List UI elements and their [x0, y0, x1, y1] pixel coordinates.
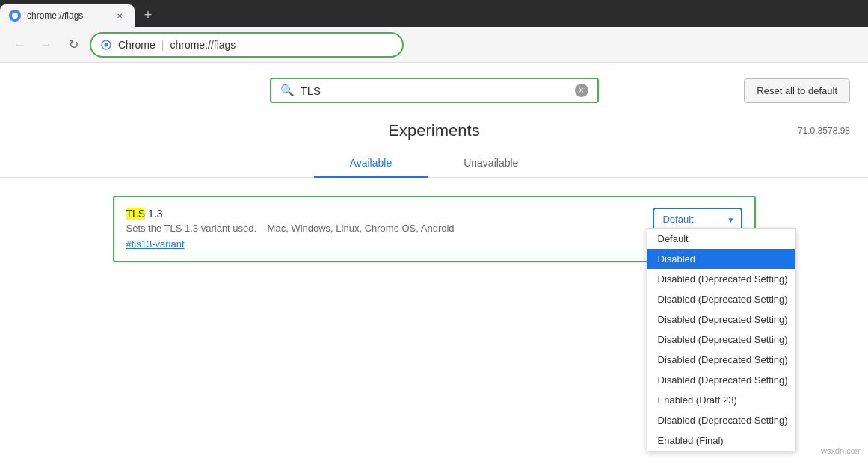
forward-button[interactable]: →	[36, 34, 57, 55]
reset-all-button[interactable]: Reset all to default	[744, 78, 850, 103]
search-input[interactable]	[301, 84, 569, 97]
flag-name-highlight: TLS	[126, 208, 146, 220]
svg-point-2	[105, 43, 108, 46]
refresh-button[interactable]: ↻	[63, 34, 84, 55]
dropdown-menu: Default Disabled Disabled (Deprecated Se…	[647, 228, 796, 451]
dropdown-option-disabled-deprecated-5[interactable]: Disabled (Deprecated Setting)	[647, 350, 795, 370]
site-icon	[100, 39, 112, 51]
tab-bar: chrome://flags ✕ +	[0, 0, 868, 27]
page-content: 🔍 × Reset all to default Experiments 71.…	[0, 63, 868, 458]
site-name: Chrome	[118, 39, 156, 51]
dropdown-option-disabled-deprecated-4[interactable]: Disabled (Deprecated Setting)	[647, 329, 795, 350]
dropdown-option-enabled-final[interactable]: Enabled (Final)	[647, 430, 795, 451]
experiments-title: Experiments	[388, 121, 479, 140]
footer-watermark: wsxdn.com	[821, 446, 862, 455]
dropdown-option-enabled-draft-23[interactable]: Enabled (Draft 23)	[647, 390, 795, 410]
address-url: chrome://flags	[170, 39, 236, 51]
dropdown-option-disabled-deprecated-7[interactable]: Disabled (Deprecated Setting)	[647, 410, 795, 430]
browser-frame: chrome://flags ✕ + ← → ↻ Chrome | chrome…	[0, 0, 868, 458]
address-bar[interactable]: Chrome | chrome://flags	[90, 32, 404, 58]
flag-description: Sets the TLS 1.3 variant used. – Mac, Wi…	[126, 223, 635, 234]
tab-close-button[interactable]: ✕	[114, 10, 126, 22]
active-tab[interactable]: chrome://flags ✕	[0, 4, 135, 27]
dropdown-arrow-icon: ▼	[727, 215, 735, 223]
search-clear-button[interactable]: ×	[575, 84, 588, 97]
address-divider: |	[161, 39, 164, 51]
tab-favicon	[9, 10, 21, 22]
flag-name-suffix: 1.3	[145, 208, 162, 220]
dropdown-option-disabled[interactable]: Disabled	[647, 249, 795, 269]
dropdown-option-disabled-deprecated-6[interactable]: Disabled (Deprecated Setting)	[647, 370, 795, 390]
tab-available[interactable]: Available	[314, 149, 428, 178]
dropdown-option-disabled-deprecated-2[interactable]: Disabled (Deprecated Setting)	[647, 289, 795, 309]
nav-bar: ← → ↻ Chrome | chrome://flags	[0, 27, 868, 63]
flag-info: TLS 1.3 Sets the TLS 1.3 variant used. –…	[126, 208, 635, 250]
tab-unavailable[interactable]: Unavailable	[428, 149, 554, 178]
version-number: 71.0.3578.98	[798, 126, 850, 136]
flag-item-tls13: TLS 1.3 Sets the TLS 1.3 variant used. –…	[113, 196, 756, 262]
tabs-bar: Available Unavailable	[0, 149, 868, 178]
back-button[interactable]: ←	[9, 34, 30, 55]
search-area: 🔍 × Reset all to default	[0, 63, 868, 115]
experiments-header: Experiments 71.0.3578.98	[0, 115, 868, 143]
dropdown-option-default[interactable]: Default	[647, 229, 795, 249]
dropdown-container: Default ▼ Default Disabled Disabled (Dep…	[653, 208, 742, 231]
svg-point-0	[12, 13, 18, 19]
dropdown-option-disabled-deprecated-1[interactable]: Disabled (Deprecated Setting)	[647, 269, 795, 289]
search-icon: 🔍	[280, 84, 295, 97]
search-box: 🔍 ×	[270, 78, 599, 103]
flag-name: TLS 1.3	[126, 208, 635, 220]
tab-title: chrome://flags	[27, 10, 108, 21]
dropdown-current-value: Default	[663, 214, 694, 225]
experiments-content: A☼PPUALS TLS 1.3 Sets the TLS 1.3 varian…	[0, 184, 868, 283]
dropdown-option-disabled-deprecated-3[interactable]: Disabled (Deprecated Setting)	[647, 309, 795, 329]
new-tab-button[interactable]: +	[138, 4, 158, 25]
flag-anchor-link[interactable]: #tls13-variant	[126, 238, 185, 250]
